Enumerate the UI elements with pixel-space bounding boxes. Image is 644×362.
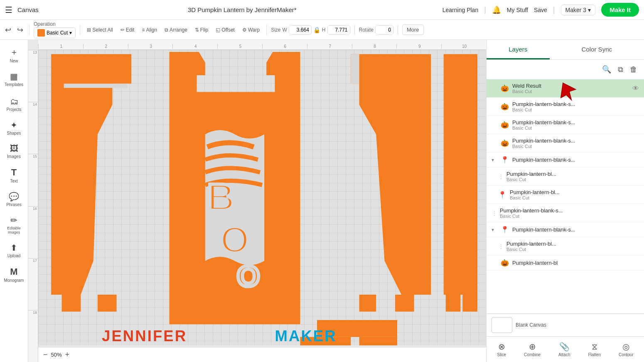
flatten-button[interactable]: ⧖ Flatten (585, 340, 604, 359)
chevron-down-icon: ▾ (69, 30, 72, 36)
topbar-right: Learning Plan | 🔔 My Stuff Save | Maker … (442, 3, 639, 17)
new-icon: ＋ (10, 47, 18, 58)
operation-dropdown[interactable]: Basic Cut ▾ (34, 27, 76, 38)
layer-item-8[interactable]: ⋮⋮ Pumpkin-lantern-blank-s... Basic Cut (487, 204, 644, 222)
ruler-tick: 5 (217, 44, 262, 49)
layer-info: Pumpkin-lantern-blank-s... (512, 227, 639, 233)
eye-icon[interactable]: 👁 (632, 85, 639, 92)
zoom-plus-button[interactable]: + (65, 350, 70, 359)
blank-canvas-label: Blank Canvas (516, 322, 546, 328)
layer-item-7[interactable]: 📍 Pumpkin-lantern-bl... Basic Cut (487, 186, 644, 204)
sidebar-item-monogram[interactable]: M Monogram (2, 263, 27, 286)
redo-button[interactable]: ↪ (15, 24, 25, 36)
my-stuff-button[interactable]: My Stuff (507, 7, 528, 13)
undo-button[interactable]: ↩ (3, 24, 13, 36)
layer-item-5[interactable]: ▾ 📍 Pumpkin-lantern-blank-s... (487, 153, 644, 167)
save-button[interactable]: Save (534, 7, 547, 13)
layer-info: Pumpkin-lantern-blank-s... Basic Cut (500, 207, 639, 219)
expand-icon[interactable]: ▾ (492, 227, 497, 233)
learning-plan[interactable]: Learning Plan (442, 7, 478, 13)
shapes-icon: ✦ (10, 120, 17, 130)
lock-icon[interactable]: 🔒 (313, 27, 320, 33)
layer-thumbnail: 🎃 (501, 103, 509, 111)
layer-type: Basic Cut (500, 214, 639, 219)
layer-item-11[interactable]: 🎃 Pumpkin-lantern-bl (487, 256, 644, 271)
layer-name: Pumpkin-lantern-bl... (510, 189, 639, 195)
canvas-label: Canvas (17, 6, 39, 13)
layer-type: Basic Cut (512, 144, 639, 149)
attach-label: Attach (558, 352, 570, 357)
more-button[interactable]: More (402, 25, 424, 35)
delete-icon[interactable]: 🗑 (628, 64, 639, 76)
make-it-button[interactable]: Make It (601, 3, 639, 17)
warp-button[interactable]: ⚙ Warp (240, 26, 262, 34)
svg-text:O: O (220, 218, 249, 261)
flatten-label: Flatten (588, 352, 601, 357)
separator-4 (354, 25, 355, 35)
sidebar-item-label-templates: Templates (5, 82, 24, 87)
offset-button[interactable]: ◱ Offset (213, 26, 237, 34)
sidebar-item-editable-images[interactable]: ✏ Editable Images (2, 212, 27, 238)
layer-type: Basic Cut (512, 107, 639, 112)
layer-type: Basic Cut (510, 195, 639, 200)
copy-icon[interactable]: ⧉ (616, 64, 625, 76)
sidebar-item-upload[interactable]: ⬆ Upload (2, 239, 27, 261)
svg-text:B: B (207, 176, 235, 218)
flip-label: Flip (200, 27, 208, 33)
maker-selector[interactable]: Maker 3 ▾ (561, 5, 596, 15)
canvas-area[interactable]: 1 2 3 4 5 6 7 8 9 10 13 14 15 16 17 18 (28, 40, 486, 362)
layer-item-2[interactable]: 🎃 Pumpkin-lantern-blank-s... Basic Cut (487, 98, 644, 116)
expand-icon[interactable]: ▾ (492, 157, 497, 163)
sidebar-item-templates[interactable]: ▦ Templates (2, 68, 27, 90)
combine-button[interactable]: ⊕ Combine (521, 340, 544, 359)
layer-info: Pumpkin-lantern-blank-s... Basic Cut (512, 138, 639, 149)
layer-item-4[interactable]: 🎃 Pumpkin-lantern-blank-s... Basic Cut (487, 134, 644, 153)
width-input[interactable]: 3.664 (289, 25, 312, 34)
bell-icon[interactable]: 🔔 (492, 5, 501, 15)
layer-name: Pumpkin-lantern-bl... (506, 241, 639, 247)
sidebar-item-new[interactable]: ＋ New (2, 43, 27, 66)
zoom-minus-button[interactable]: − (43, 350, 48, 359)
slice-button[interactable]: ⊗ Slice (494, 340, 509, 359)
align-button[interactable]: ≡ Align (139, 26, 160, 34)
layer-item-9[interactable]: ▾ 📍 Pumpkin-lantern-blank-s... (487, 222, 644, 237)
layer-type: Basic Cut (506, 177, 639, 182)
rotate-input[interactable] (375, 25, 393, 34)
edit-button[interactable]: ✏ Edit (118, 26, 137, 34)
layer-type: Basic Cut (506, 247, 639, 252)
layer-name: Pumpkin-lantern-blank-s... (512, 119, 639, 126)
sidebar-item-label-phrases: Phrases (6, 202, 22, 207)
sidebar-item-projects[interactable]: 🗂 Projects (2, 94, 27, 115)
arrange-button[interactable]: ⧉ Arrange (162, 26, 190, 34)
sidebar-item-shapes[interactable]: ✦ Shapes (2, 117, 27, 139)
align-label: Align (146, 27, 157, 33)
sidebar-item-images[interactable]: 🖼 Images (2, 140, 27, 162)
operation-label: Operation (34, 21, 56, 27)
separator-5 (398, 25, 398, 35)
layers-list[interactable]: 🎃 Weld Result Basic Cut 👁 🎃 Pumpkin-lant… (487, 79, 644, 313)
search-icon[interactable]: 🔍 (600, 63, 613, 76)
sidebar-item-text[interactable]: T Text (2, 164, 27, 187)
pumpkin-design-svg: B O O (38, 50, 486, 345)
zoom-value: 50% (51, 352, 62, 358)
canvas-content[interactable]: B O O (38, 50, 486, 345)
arrange-icon: ⧉ (165, 27, 168, 33)
ruler-tick-v: 14 (28, 102, 38, 154)
tab-color-sync[interactable]: Color Sync (550, 40, 644, 59)
menu-icon[interactable]: ☰ (5, 5, 12, 15)
sidebar-item-label-upload: Upload (7, 254, 21, 258)
layer-item-3[interactable]: 🎃 Pumpkin-lantern-blank-s... Basic Cut (487, 116, 644, 134)
attach-button[interactable]: 📎 Attach (555, 340, 573, 359)
layer-item-6[interactable]: ⋮⋮ Pumpkin-lantern-bl... Basic Cut (487, 167, 644, 186)
layer-item-10[interactable]: ⋮⋮ Pumpkin-lantern-bl... Basic Cut (487, 237, 644, 256)
topbar: ☰ Canvas 3D Pumpkin Lantern by JenniferM… (0, 0, 644, 20)
tab-layers[interactable]: Layers (487, 40, 550, 59)
select-all-button[interactable]: ⊞ Select All (84, 26, 115, 34)
sidebar-item-phrases[interactable]: 💬 Phrases (2, 188, 27, 210)
flip-button[interactable]: ⇅ Flip (192, 26, 211, 34)
project-title: 3D Pumpkin Lantern by JenniferMaker* (47, 6, 438, 13)
ruler-tick: 10 (441, 44, 486, 49)
height-input[interactable]: 7.771 (327, 25, 350, 34)
contour-button[interactable]: ◎ Contour (615, 340, 637, 359)
layer-item-weld-result[interactable]: 🎃 Weld Result Basic Cut 👁 (487, 79, 644, 98)
